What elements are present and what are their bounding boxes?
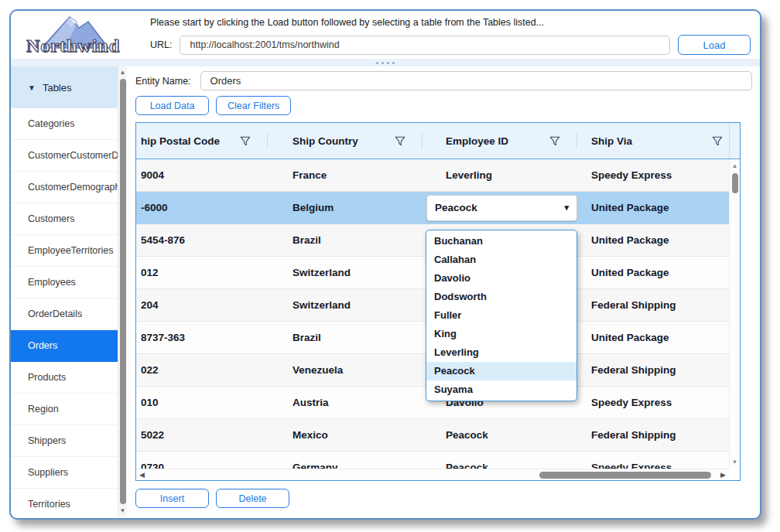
splitter-grip-dot	[381, 62, 384, 64]
cell-country: Germany	[268, 452, 422, 469]
splitter-bar[interactable]	[11, 59, 760, 66]
cell-ship_via: United Package	[577, 322, 729, 353]
filter-icon[interactable]	[395, 136, 405, 146]
sidebar-item-customerdemographics[interactable]: CustomerDemographics	[11, 172, 118, 203]
sidebar-item-employees[interactable]: Employees	[11, 267, 118, 298]
cell-postal: 8737-363	[136, 322, 268, 353]
sidebar-scroll-thumb[interactable]	[120, 79, 126, 504]
grid-scroll-corner	[729, 469, 740, 480]
dropdown-option-buchanan[interactable]: Buchanan	[426, 232, 576, 251]
grid-vscroll-thumb[interactable]	[732, 173, 738, 193]
cell-postal: 010	[136, 387, 268, 418]
cell-ship_via: Speedy Express	[577, 387, 729, 418]
filter-icon[interactable]	[549, 136, 560, 146]
entity-name-label: Entity Name:	[135, 76, 191, 87]
sidebar-item-suppliers[interactable]: Suppliers	[11, 457, 118, 489]
sidebar-item-orderdetails[interactable]: OrderDetails	[11, 298, 118, 330]
cell-postal: 0730	[136, 452, 268, 469]
tables-tree-header[interactable]: ▼ Tables	[11, 66, 118, 108]
table-row[interactable]: -6000BelgiumPeacock▾United Package	[136, 192, 729, 224]
scroll-up-icon[interactable]: ▲	[118, 69, 127, 76]
sidebar-item-region[interactable]: Region	[11, 394, 118, 425]
sidebar-item-products[interactable]: Products	[11, 362, 118, 394]
dropdown-option-dodsworth[interactable]: Dodsworth	[426, 288, 576, 306]
entity-name-input[interactable]	[200, 71, 752, 90]
dropdown-option-peacock[interactable]: Peacock	[426, 362, 576, 380]
cell-ship_via: Federal Shipping	[577, 289, 729, 321]
sidebar-item-categories[interactable]: Categories	[11, 108, 118, 140]
grid-vertical-scrollbar[interactable]: ▲ ▼	[729, 159, 740, 469]
sidebar-item-shippers[interactable]: Shippers	[11, 425, 118, 457]
cell-postal: 5022	[136, 419, 268, 451]
cell-country: France	[268, 159, 422, 191]
dropdown-option-fuller[interactable]: Fuller	[426, 306, 576, 325]
dropdown-option-leverling[interactable]: Leverling	[426, 343, 576, 362]
sidebar-list: ▼ Tables CategoriesCustomerCustomerDemoC…	[11, 66, 118, 517]
cell-postal: 9004	[136, 159, 268, 191]
app-header: Northwind Please start by clicking the L…	[11, 11, 760, 59]
insert-button[interactable]: Insert	[135, 489, 209, 508]
employee-dropdown: BuchananCallahanDavolioDodsworthFullerKi…	[426, 230, 577, 401]
cell-country: Brazil	[268, 224, 422, 256]
column-header-0[interactable]: hip Postal Code	[136, 123, 268, 159]
cell-postal: 012	[136, 257, 268, 288]
sidebar-item-orders[interactable]: Orders	[11, 330, 118, 362]
entity-row: Entity Name:	[135, 71, 752, 90]
sidebar-scrollbar[interactable]: ▲ ▼	[118, 66, 127, 517]
scroll-up-icon[interactable]: ▲	[730, 162, 740, 169]
cell-country: Switzerland	[268, 289, 422, 321]
scroll-left-icon[interactable]: ◀	[139, 471, 145, 479]
delete-button[interactable]: Delete	[216, 489, 289, 508]
main-panel: Entity Name: Load Data Clear Filters hip…	[127, 66, 760, 517]
grid-hscroll-thumb[interactable]	[539, 472, 711, 479]
cell-ship_via: Federal Shipping	[577, 354, 729, 386]
column-header-1[interactable]: Ship Country	[268, 123, 422, 159]
filter-icon[interactable]	[240, 136, 251, 146]
dropdown-option-davolio[interactable]: Davolio	[426, 269, 576, 288]
header-right: Please start by clicking the Load button…	[128, 12, 752, 55]
instruction-text: Please start by clicking the Load button…	[150, 17, 751, 28]
dropdown-option-king[interactable]: King	[426, 325, 576, 343]
column-header-label: hip Postal Code	[141, 135, 220, 147]
cell-country: Austria	[268, 387, 422, 418]
dropdown-option-suyama[interactable]: Suyama	[426, 380, 576, 399]
grid-horizontal-scrollbar[interactable]: ◀ ▶	[136, 469, 729, 480]
filter-icon[interactable]	[712, 136, 723, 146]
app-window: Northwind Please start by clicking the L…	[9, 9, 761, 520]
dropdown-option-callahan[interactable]: Callahan	[426, 251, 576, 269]
cell-postal: -6000	[136, 192, 268, 223]
sidebar-item-employeeterritories[interactable]: EmployeeTerritories	[11, 235, 118, 267]
url-input[interactable]	[180, 36, 670, 55]
cell-country: Brazil	[268, 322, 422, 353]
column-header-label: Employee ID	[446, 135, 508, 147]
splitter-grip-dot	[387, 62, 389, 64]
logo-title: Northwind	[26, 36, 120, 56]
cell-employee: Peacock▾	[422, 192, 577, 223]
sidebar-item-customers[interactable]: Customers	[11, 203, 118, 235]
column-header-2[interactable]: Employee ID	[422, 123, 577, 159]
cell-ship_via: United Package	[577, 224, 729, 256]
cell-country: Venezuela	[268, 354, 422, 386]
grid-header: hip Postal Code Ship Country Employee ID…	[136, 123, 740, 159]
table-row[interactable]: 0730GermanyPeacockSpeedy Express	[136, 452, 729, 469]
cell-country: Belgium	[268, 192, 422, 223]
employee-combobox-value: Peacock	[435, 202, 477, 213]
employee-combobox[interactable]: Peacock▾	[426, 195, 577, 221]
splitter-grip-dot	[376, 62, 378, 64]
column-header-3[interactable]: Ship Via	[577, 123, 740, 159]
scroll-right-icon[interactable]: ▶	[720, 471, 726, 479]
url-row: URL: Load	[150, 35, 751, 55]
chevron-down-icon: ▾	[564, 203, 569, 213]
cell-country: Switzerland	[268, 257, 422, 288]
table-row[interactable]: 5022MexicoPeacockFederal Shipping	[136, 419, 729, 452]
sidebar-item-territories[interactable]: Territories	[11, 489, 118, 517]
tree-collapse-icon[interactable]: ▼	[28, 84, 36, 92]
sidebar-item-customercustomerdemo[interactable]: CustomerCustomerDemo	[11, 140, 118, 172]
load-data-button[interactable]: Load Data	[135, 96, 209, 115]
load-button[interactable]: Load	[678, 35, 751, 55]
scroll-down-icon[interactable]: ▼	[118, 507, 127, 514]
table-row[interactable]: 9004FranceLeverlingSpeedy Express	[136, 159, 729, 192]
action-row: Load Data Clear Filters	[135, 96, 752, 115]
clear-filters-button[interactable]: Clear Filters	[216, 96, 291, 115]
scroll-down-icon[interactable]: ▼	[730, 459, 740, 466]
